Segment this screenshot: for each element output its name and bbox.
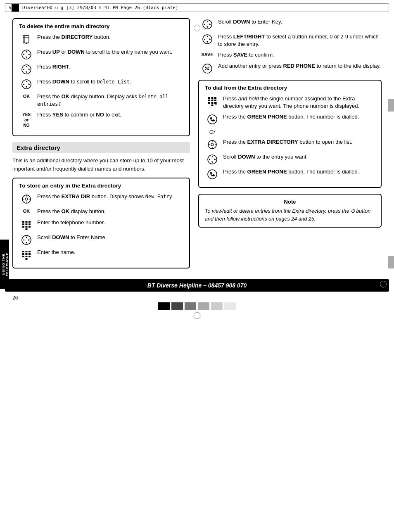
- footer-bar: BT Diverse Helpline – 08457 908 070: [5, 279, 389, 292]
- gray-side-mark-top: [388, 99, 394, 112]
- store-row-4-text: Scroll DOWN to Enter Name.: [37, 234, 183, 241]
- right-store-row-3: SAVE Press SAVE to confirm.: [200, 51, 382, 59]
- svg-marker-12: [23, 69, 24, 70]
- bottom-crosshair: [193, 311, 201, 320]
- svg-rect-27: [28, 221, 31, 223]
- svg-point-20: [25, 198, 28, 200]
- store-box: To store an entry in the Extra directory: [12, 178, 190, 268]
- header-text: 5201 Diverse5400 u_g [3] 29/8/03 5:41 PM…: [9, 5, 178, 10]
- svg-marker-7: [23, 54, 24, 55]
- sq-light-gray: [198, 302, 209, 310]
- svg-rect-29: [26, 223, 28, 225]
- crosshair-right: [380, 281, 387, 287]
- svg-rect-28: [22, 223, 24, 225]
- black-square-decoration: [12, 4, 19, 12]
- svg-rect-91: [211, 302, 223, 310]
- svg-marker-15: [26, 81, 27, 82]
- store-row-3: Enter the telephone number.: [19, 219, 183, 230]
- green-phone-icon-1: [205, 113, 220, 125]
- store-row-1-text: Press the EXTRA DIR button. Display show…: [37, 193, 183, 200]
- gray-side-mark-mid: [388, 256, 394, 268]
- svg-marker-36: [26, 236, 27, 238]
- svg-rect-45: [28, 253, 31, 255]
- store-box-title: To store an entry in the Extra directory: [19, 183, 183, 189]
- svg-rect-67: [214, 100, 216, 101]
- dial-row-3: Press the EXTRA DIRECTORY button to open…: [205, 138, 375, 150]
- svg-rect-44: [26, 253, 28, 255]
- store-row-5: Enter the name.: [19, 249, 183, 260]
- delete-row-5-text: Press the OK display button. Display ask…: [37, 93, 183, 108]
- sq-dark-gray: [171, 302, 183, 310]
- svg-rect-69: [211, 102, 214, 104]
- svg-rect-40: [22, 251, 24, 252]
- svg-rect-66: [211, 100, 214, 101]
- svg-rect-30: [28, 223, 31, 225]
- store-row-5-text: Enter the name.: [37, 249, 183, 256]
- svg-rect-68: [208, 102, 210, 104]
- svg-rect-73: [216, 102, 217, 105]
- delete-row-5: OK Press the OK display button. Display …: [19, 93, 183, 108]
- crosshair-top: [194, 25, 200, 31]
- delete-row-2: Press UP or DOWN to scroll to the entry …: [19, 48, 183, 60]
- svg-marker-84: [209, 159, 210, 160]
- delete-box-title: To delete the entire main directory: [19, 23, 183, 29]
- svg-marker-3: [25, 43, 28, 44]
- store-row-2-text: Press the OK display button.: [37, 208, 183, 215]
- delete-row-3: Press RIGHT.: [19, 63, 183, 75]
- svg-marker-83: [211, 162, 213, 163]
- svg-point-86: [208, 170, 217, 179]
- svg-rect-42: [28, 251, 31, 252]
- dial-row-1: Press and hold the single number assigne…: [205, 95, 375, 110]
- right-column: Scroll DOWN to Enter Key. Press LEFT/RI: [198, 18, 382, 274]
- delete-row-2-text: Press UP or DOWN to scroll to the entry …: [37, 48, 183, 56]
- svg-marker-39: [28, 239, 30, 241]
- svg-rect-49: [26, 258, 28, 260]
- svg-rect-90: [198, 302, 209, 310]
- delete-row-1: Press the DIRECTORY button.: [19, 33, 183, 45]
- delete-row-4: Press DOWN to scroll to Delete List.: [19, 78, 183, 90]
- store-row-3-text: Enter the telephone number.: [37, 219, 183, 226]
- delete-row-4-text: Press DOWN to scroll to Delete List.: [37, 78, 183, 86]
- right-store-row-2: Press LEFT/RIGHT to select a button numb…: [200, 33, 382, 48]
- sq-black: [158, 302, 170, 310]
- svg-rect-48: [28, 256, 31, 257]
- sq-mid-gray: [185, 302, 196, 310]
- note-box: Note To view/edit or delete entries from…: [198, 194, 382, 228]
- svg-rect-26: [26, 221, 28, 223]
- svg-marker-52: [206, 26, 208, 28]
- svg-rect-47: [26, 256, 28, 257]
- header-bar: 5201 Diverse5400 u_g [3] 29/8/03 5:41 PM…: [5, 3, 389, 12]
- svg-rect-87: [158, 302, 170, 310]
- svg-rect-33: [28, 226, 31, 228]
- scroll-icon-5: [200, 18, 215, 30]
- extra-dir-icon-2: [205, 138, 220, 150]
- book-icon: [19, 33, 34, 45]
- svg-rect-25: [22, 221, 24, 223]
- dial-row-4-text: Scroll DOWN to the entry you want: [223, 153, 375, 161]
- right-store-row-3-text: Press SAVE to confirm.: [218, 51, 382, 59]
- svg-point-60: [203, 64, 212, 73]
- scroll-icon-7: [205, 153, 220, 165]
- svg-rect-71: [211, 104, 214, 106]
- red-phone-icon: [200, 62, 215, 74]
- green-phone-icon-2: [205, 168, 220, 180]
- svg-rect-72: [215, 103, 216, 105]
- extra-directory-desc: This is an additional directory where yo…: [12, 157, 190, 173]
- right-store-row-1-text: Scroll DOWN to Enter Key.: [218, 18, 382, 26]
- svg-marker-38: [23, 239, 24, 241]
- store-row-2: OK Press the OK display button.: [19, 208, 183, 215]
- bottom-squares: [0, 302, 394, 310]
- scroll-icon-1: [19, 48, 34, 60]
- svg-rect-41: [26, 251, 28, 252]
- svg-point-93: [194, 312, 200, 319]
- svg-rect-92: [224, 302, 236, 310]
- ok-label-2: OK: [19, 208, 34, 214]
- svg-marker-85: [214, 159, 216, 160]
- dial-row-2: Press the GREEN PHONE button. The number…: [205, 113, 375, 125]
- svg-point-76: [211, 143, 214, 146]
- note-title: Note: [205, 199, 375, 205]
- svg-marker-17: [23, 83, 24, 85]
- svg-marker-8: [28, 54, 30, 55]
- delete-box: To delete the entire main directory Pres…: [12, 18, 190, 136]
- yes-no-label: YESorNO: [19, 111, 34, 128]
